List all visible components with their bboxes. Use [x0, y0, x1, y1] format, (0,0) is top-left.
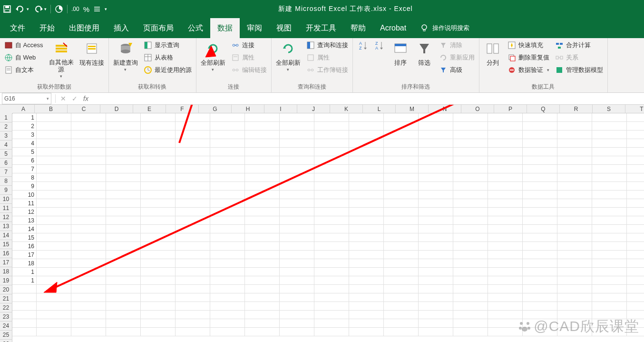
cell[interactable] [314, 156, 349, 165]
column-header[interactable]: M [396, 105, 429, 113]
cell[interactable] [523, 199, 557, 208]
cell[interactable] [245, 242, 280, 251]
cell[interactable] [176, 242, 210, 251]
cell[interactable] [592, 285, 627, 293]
cell[interactable] [106, 173, 141, 182]
cell[interactable] [453, 182, 488, 191]
cell[interactable] [488, 302, 523, 311]
column-header[interactable]: T [625, 105, 644, 113]
cell[interactable] [210, 182, 245, 191]
cell[interactable] [210, 191, 245, 199]
cell[interactable] [71, 285, 106, 293]
cell[interactable] [280, 242, 314, 251]
cell[interactable] [419, 113, 453, 122]
cell[interactable] [627, 259, 644, 268]
cell[interactable] [557, 173, 592, 182]
from-other-button[interactable]: 自其他来源 [48, 39, 75, 80]
fx-button[interactable]: fx [80, 95, 91, 102]
cell[interactable] [280, 131, 314, 139]
cell[interactable] [349, 182, 384, 191]
cell[interactable] [71, 165, 106, 173]
sort-asc-button[interactable]: AZ [356, 39, 371, 51]
cell[interactable] [280, 122, 314, 131]
cell[interactable] [314, 208, 349, 216]
column-header[interactable]: H [232, 105, 264, 113]
cell[interactable] [488, 216, 523, 225]
cell[interactable] [627, 199, 644, 208]
cell[interactable] [349, 268, 384, 276]
cell[interactable]: 10 [12, 191, 37, 199]
percent-icon[interactable]: % [83, 5, 89, 13]
cell[interactable] [280, 268, 314, 276]
tell-me-search[interactable]: 操作说明搜索 [413, 18, 476, 38]
cell[interactable] [245, 251, 280, 259]
cell[interactable] [349, 139, 384, 148]
column-header[interactable]: K [330, 105, 363, 113]
cell[interactable] [627, 216, 644, 225]
tab-插入[interactable]: 插入 [107, 18, 136, 38]
cell[interactable] [280, 285, 314, 293]
cell[interactable] [245, 156, 280, 165]
cell[interactable] [592, 199, 627, 208]
cell[interactable] [419, 208, 453, 216]
cell[interactable] [557, 268, 592, 276]
cell[interactable] [523, 276, 557, 285]
cell[interactable] [592, 233, 627, 242]
column-header[interactable]: E [133, 105, 166, 113]
cell[interactable] [280, 259, 314, 268]
cell[interactable]: 12 [12, 208, 37, 216]
cell[interactable] [627, 139, 644, 148]
cell[interactable] [384, 156, 419, 165]
cell[interactable] [488, 173, 523, 182]
cell[interactable] [176, 208, 210, 216]
cell[interactable] [176, 148, 210, 156]
cell[interactable] [592, 242, 627, 251]
column-headers[interactable]: ABCDEFGHIJKLMNOPQRST [12, 105, 644, 113]
cell[interactable] [349, 208, 384, 216]
cell[interactable] [314, 173, 349, 182]
cell[interactable] [106, 122, 141, 131]
cell[interactable] [176, 259, 210, 268]
cell[interactable] [453, 276, 488, 285]
cell[interactable] [384, 165, 419, 173]
cell[interactable] [245, 233, 280, 242]
cell[interactable] [419, 122, 453, 131]
cell[interactable] [12, 311, 37, 319]
cell[interactable] [71, 208, 106, 216]
cell[interactable] [71, 139, 106, 148]
cell[interactable] [106, 208, 141, 216]
cell[interactable] [627, 251, 644, 259]
cell[interactable] [245, 319, 280, 328]
cell[interactable] [176, 311, 210, 319]
decimal-icon[interactable]: .00 [71, 6, 79, 12]
cell[interactable] [71, 191, 106, 199]
cell[interactable] [384, 182, 419, 191]
cell[interactable] [141, 285, 176, 293]
cell[interactable] [71, 311, 106, 319]
cell[interactable] [557, 122, 592, 131]
row-header[interactable]: 9 [0, 186, 12, 195]
cell[interactable] [557, 182, 592, 191]
row-header[interactable]: 25 [0, 331, 12, 340]
cell[interactable] [176, 182, 210, 191]
cell[interactable] [523, 191, 557, 199]
cell[interactable] [419, 233, 453, 242]
cell[interactable] [384, 328, 419, 336]
formula-bar[interactable] [91, 93, 644, 104]
cell[interactable] [280, 156, 314, 165]
column-header[interactable]: C [68, 105, 100, 113]
cell[interactable] [488, 199, 523, 208]
cell[interactable] [210, 208, 245, 216]
sort-button[interactable]: 排序 [390, 39, 411, 80]
cell[interactable] [106, 302, 141, 311]
cell[interactable] [627, 208, 644, 216]
cell[interactable] [176, 302, 210, 311]
row-header[interactable]: 7 [0, 168, 12, 177]
cell[interactable]: 7 [12, 165, 37, 173]
cell[interactable] [419, 259, 453, 268]
row-header[interactable]: 1 [0, 113, 12, 122]
cell[interactable] [488, 268, 523, 276]
cell[interactable] [12, 293, 37, 302]
cell[interactable] [106, 233, 141, 242]
cell[interactable] [210, 233, 245, 242]
